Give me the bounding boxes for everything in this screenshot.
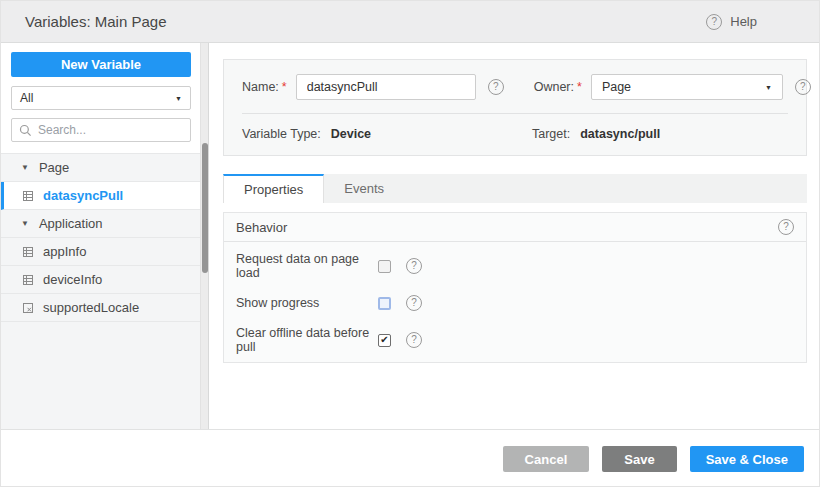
chevron-down-icon: ▼: [175, 95, 182, 102]
help-icon: ?: [706, 14, 722, 30]
checkmark-icon: ✔: [380, 335, 388, 345]
help-button[interactable]: ? Help: [706, 14, 757, 30]
search-icon: [19, 124, 32, 137]
tree-item-deviceinfo[interactable]: deviceInfo: [1, 266, 209, 294]
tab-events[interactable]: Events: [324, 174, 404, 203]
required-marker: *: [577, 80, 582, 94]
behavior-section-title: Behavior: [236, 220, 287, 235]
sidebar-controls: New Variable All ▼: [1, 43, 209, 153]
request-data-on-page-load-checkbox[interactable]: [378, 260, 391, 273]
cancel-button[interactable]: Cancel: [503, 446, 590, 472]
property-row: Clear offline data before pull ✔ ?: [236, 332, 794, 348]
page-title: Variables: Main Page: [25, 13, 166, 30]
property-help-icon[interactable]: ?: [406, 258, 422, 274]
card-divider: [242, 113, 788, 114]
name-help-icon[interactable]: ?: [488, 79, 504, 95]
tree-group-label: Page: [39, 160, 69, 175]
variable-search: [11, 118, 191, 142]
save-and-close-button[interactable]: Save & Close: [690, 446, 804, 472]
search-input[interactable]: [38, 123, 183, 137]
owner-help-icon[interactable]: ?: [795, 79, 811, 95]
tree-item-datasyncpull[interactable]: datasyncPull: [1, 182, 209, 210]
sidebar-scrollbar-thumb[interactable]: [202, 143, 208, 273]
tree-group-label: Application: [39, 216, 103, 231]
behavior-help-icon[interactable]: ?: [778, 219, 794, 235]
variable-type-value: Device: [331, 127, 371, 141]
variable-filter-select[interactable]: All ▼: [11, 86, 191, 110]
device-variable-icon: [22, 274, 34, 286]
property-help-icon[interactable]: ?: [406, 332, 422, 348]
tree-item-label: supportedLocale: [43, 300, 139, 315]
tree-item-supportedlocale[interactable]: supportedLocale: [1, 294, 209, 322]
device-variable-icon: [22, 246, 34, 258]
name-label: Name:: [242, 80, 279, 94]
behavior-section-header: Behavior ?: [224, 213, 806, 242]
property-label: Clear offline data before pull: [236, 326, 378, 354]
variables-sidebar: New Variable All ▼ ▼ Page: [1, 43, 209, 429]
name-field[interactable]: [296, 74, 476, 100]
variable-detail-panel: Name: * ? Owner: * Page ▼ ?: [209, 43, 819, 429]
dialog-titlebar: Variables: Main Page ? Help: [1, 1, 819, 43]
property-row: Request data on page load ?: [236, 258, 794, 274]
target-label: Target:: [532, 127, 570, 141]
behavior-section: Behavior ? Request data on page load ? S…: [223, 212, 807, 363]
variables-tree: ▼ Page datasyncPull ▼: [1, 153, 209, 322]
show-progress-checkbox[interactable]: [378, 297, 391, 310]
property-label: Request data on page load: [236, 252, 378, 280]
property-label: Show progress: [236, 296, 378, 310]
variable-summary-card: Name: * ? Owner: * Page ▼ ?: [223, 59, 807, 156]
owner-select[interactable]: Page ▼: [591, 74, 783, 100]
sidebar-scrollbar-track[interactable]: [200, 43, 209, 429]
save-button[interactable]: Save: [602, 446, 676, 472]
property-row: Show progress ?: [236, 295, 794, 311]
dialog-footer: Cancel Save Save & Close: [1, 429, 819, 487]
collapse-arrow-icon: ▼: [21, 163, 29, 172]
variable-filter-value: All: [20, 91, 33, 105]
property-help-icon[interactable]: ?: [406, 295, 422, 311]
tree-item-appinfo[interactable]: appInfo: [1, 238, 209, 266]
variable-type-label: Variable Type:: [242, 127, 321, 141]
chevron-down-icon: ▼: [765, 84, 772, 91]
required-marker: *: [282, 80, 287, 94]
target-value: datasync/pull: [580, 127, 660, 141]
owner-label: Owner:: [534, 80, 574, 94]
collapse-arrow-icon: ▼: [21, 219, 29, 228]
variables-dialog: Variables: Main Page ? Help New Variable…: [0, 0, 820, 487]
tree-item-label: deviceInfo: [43, 272, 102, 287]
new-variable-button[interactable]: New Variable: [11, 52, 191, 77]
model-variable-icon: [22, 302, 34, 314]
help-label: Help: [730, 14, 757, 29]
detail-tabbar: Properties Events: [223, 174, 807, 203]
clear-offline-data-before-pull-checkbox[interactable]: ✔: [378, 334, 391, 347]
tab-properties[interactable]: Properties: [223, 174, 324, 203]
owner-select-value: Page: [602, 80, 631, 94]
tree-item-label: datasyncPull: [43, 188, 123, 203]
tree-item-label: appInfo: [43, 244, 86, 259]
device-variable-icon: [22, 190, 34, 202]
behavior-section-body: Request data on page load ? Show progres…: [224, 242, 806, 362]
tree-group-page[interactable]: ▼ Page: [1, 154, 209, 182]
tree-group-application[interactable]: ▼ Application: [1, 210, 209, 238]
